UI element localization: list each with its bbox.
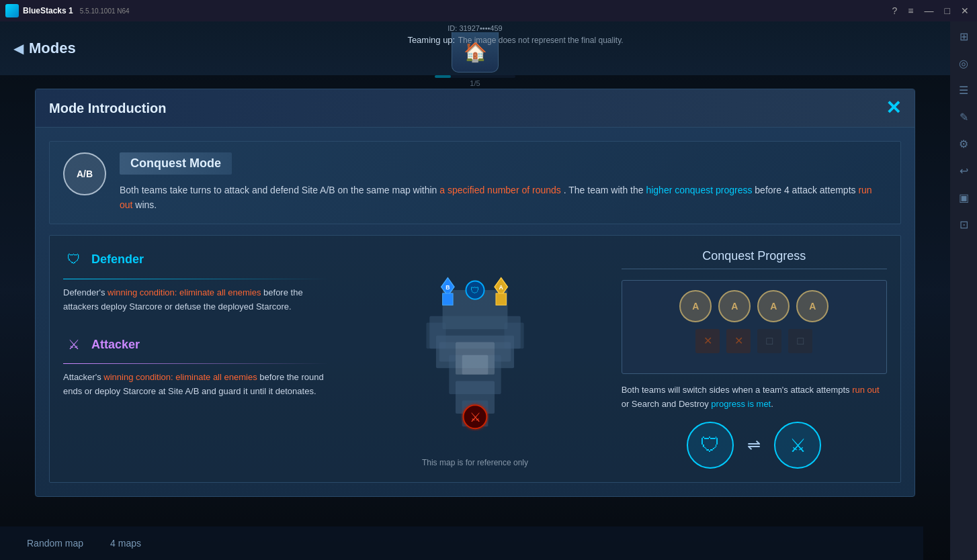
app-name: BlueStacks 1 xyxy=(23,6,73,15)
conquest-desc-end2: wins. xyxy=(135,199,157,210)
conquest-title-bar: Conquest Mode xyxy=(120,152,232,175)
map-count-label: 4 maps xyxy=(110,538,141,549)
svg-rect-13 xyxy=(443,293,453,304)
help-button[interactable]: ? xyxy=(890,5,900,16)
progress-icon-3: A xyxy=(757,290,790,322)
quality-notice: The image does not represent the final q… xyxy=(458,36,624,45)
map-caption: This map is for reference only xyxy=(422,458,528,467)
defender-title: Defender xyxy=(91,252,144,267)
right-sidebar: ⊞ ◎ ☰ ✎ ⚙ ↩ ▣ ⊡ xyxy=(950,21,977,560)
sidebar-icon-6[interactable]: ↩ xyxy=(955,162,972,179)
attacker-winning-condition: winning condition: eliminate all enemies xyxy=(103,372,257,382)
progress-icons-row: A A A A xyxy=(632,290,877,322)
conquest-title: Conquest Mode xyxy=(130,156,221,170)
sidebar-icon-7[interactable]: ▣ xyxy=(955,189,972,205)
switch-highlight-runout: run out xyxy=(852,385,879,395)
modal-content: A/B Conquest Mode Both teams take turns … xyxy=(36,128,915,496)
sidebar-icon-2[interactable]: ◎ xyxy=(955,55,972,71)
attacker-side-icon: ⚔ xyxy=(774,422,821,469)
defender-header: 🛡 Defender xyxy=(63,249,329,271)
map-type-label: Random map xyxy=(27,538,83,549)
teaming-label: Teaming up: xyxy=(407,35,455,45)
switch-arrows-icon: ⇌ xyxy=(747,436,761,455)
modal-overlay: Mode Introduction ✕ A/B Conquest Mode B xyxy=(0,75,950,560)
defender-prefix: Defender's xyxy=(63,287,108,297)
dead-icon-2: ✕ xyxy=(726,329,751,353)
id-text: ID: 31927••••459 xyxy=(448,24,502,32)
mode-introduction-modal: Mode Introduction ✕ A/B Conquest Mode B xyxy=(35,89,915,497)
sidebar-icon-3[interactable]: ☰ xyxy=(955,82,972,98)
conquest-desc-plain: Both teams take turns to attack and defe… xyxy=(120,185,437,195)
app-version: 5.5.10.1001 N64 xyxy=(80,7,130,15)
bottom-bar: Random map 4 maps xyxy=(0,526,923,560)
sidebar-icon-1[interactable]: ⊞ xyxy=(955,28,972,44)
defender-section: 🛡 Defender Defender's winning condition:… xyxy=(63,249,329,314)
switch-sides-icons: 🛡 ⇌ ⚔ xyxy=(622,422,887,469)
page-title: Modes xyxy=(29,40,76,57)
switch-end: . xyxy=(771,399,773,409)
attacker-header: ⚔ Attacker xyxy=(63,334,329,355)
modal-header: Mode Introduction ✕ xyxy=(36,89,915,128)
svg-text:A: A xyxy=(499,284,504,291)
details-section: 🛡 Defender Defender's winning condition:… xyxy=(49,235,901,483)
map-container: B A xyxy=(388,251,562,453)
conquest-info: Conquest Mode Both teams take turns to a… xyxy=(120,152,887,213)
sidebar-icon-8[interactable]: ⊡ xyxy=(955,216,972,232)
conquest-mode-section: A/B Conquest Mode Both teams take turns … xyxy=(49,141,901,224)
map-column: B A xyxy=(342,249,607,469)
attacker-section: ⚔ Attacker Attacker's winning condition:… xyxy=(63,334,329,399)
app-icon xyxy=(5,4,19,17)
quality-notice-area: Teaming up: The image does not represent… xyxy=(407,34,623,46)
modal-title: Mode Introduction xyxy=(49,101,166,116)
conquest-desc-end1: before 4 attack attempts xyxy=(755,185,855,195)
minimize-button[interactable]: — xyxy=(922,5,937,16)
defender-side-icon: 🛡 xyxy=(687,422,734,469)
conquest-highlight-rounds: a specified number of rounds xyxy=(439,185,561,195)
svg-text:⚔: ⚔ xyxy=(469,409,480,424)
defender-description: Defender's winning condition: eliminate … xyxy=(63,286,329,314)
conquest-mode-icon: A/B xyxy=(63,152,106,195)
switch-mid: or Search and Destroy xyxy=(622,399,709,409)
close-window-button[interactable]: ✕ xyxy=(958,5,972,16)
dead-icon-1: ✕ xyxy=(695,329,720,353)
conquest-description: Both teams take turns to attack and defe… xyxy=(120,183,887,213)
map-svg: B A xyxy=(388,251,562,453)
switch-description: Both teams will switch sides when a team… xyxy=(622,383,887,412)
sidebar-icon-4[interactable]: ✎ xyxy=(955,109,972,125)
mode-icon-text: A/B xyxy=(77,169,93,179)
defender-shield-icon: 🛡 xyxy=(700,434,720,457)
switch-desc-plain: Both teams will switch sides when a team… xyxy=(622,385,850,395)
svg-text:🛡: 🛡 xyxy=(470,285,480,295)
attacker-title: Attacker xyxy=(91,338,140,352)
conquest-desc-mid: . The team with the xyxy=(564,185,644,195)
svg-rect-11 xyxy=(462,355,488,374)
app-logo: BlueStacks 1 5.5.10.1001 N64 xyxy=(5,4,130,17)
titlebar: BlueStacks 1 5.5.10.1001 N64 ? ≡ — □ ✕ xyxy=(0,0,977,21)
switch-highlight-progress: progress is met xyxy=(711,399,771,409)
svg-text:B: B xyxy=(445,284,450,291)
svg-rect-16 xyxy=(496,293,506,304)
modal-close-button[interactable]: ✕ xyxy=(886,99,901,118)
menu-button[interactable]: ≡ xyxy=(905,5,916,16)
attacker-divider xyxy=(63,363,329,364)
svg-rect-9 xyxy=(495,342,511,361)
progress-dead-icons-row: ✕ ✕ □ □ xyxy=(632,329,877,353)
svg-rect-8 xyxy=(439,342,456,361)
defender-winning-condition: winning condition: eliminate all enemies xyxy=(108,287,261,297)
game-area: ◀ Modes ID: 31927••••459 🏠 1/5 Teaming u… xyxy=(0,21,950,560)
sidebar-icon-5[interactable]: ⚙ xyxy=(955,136,972,152)
defender-icon: 🛡 xyxy=(63,249,85,271)
progress-icon-2: A xyxy=(718,290,751,322)
roles-column: 🛡 Defender Defender's winning condition:… xyxy=(63,249,329,469)
back-arrow-icon: ◀ xyxy=(13,40,24,56)
dead-icon-3: □ xyxy=(757,329,781,353)
conquest-progress-title: Conquest Progress xyxy=(622,249,887,269)
window-controls[interactable]: ? ≡ — □ ✕ xyxy=(890,5,972,16)
attacker-icon: ⚔ xyxy=(63,334,85,355)
attacker-sword-icon: ⚔ xyxy=(790,434,806,457)
dead-icon-4: □ xyxy=(788,329,812,353)
maximize-button[interactable]: □ xyxy=(942,5,953,16)
attacker-prefix: Attacker's xyxy=(63,372,103,382)
back-button[interactable]: ◀ Modes xyxy=(13,40,76,57)
conquest-progress-column: Conquest Progress A A A A xyxy=(622,249,887,469)
